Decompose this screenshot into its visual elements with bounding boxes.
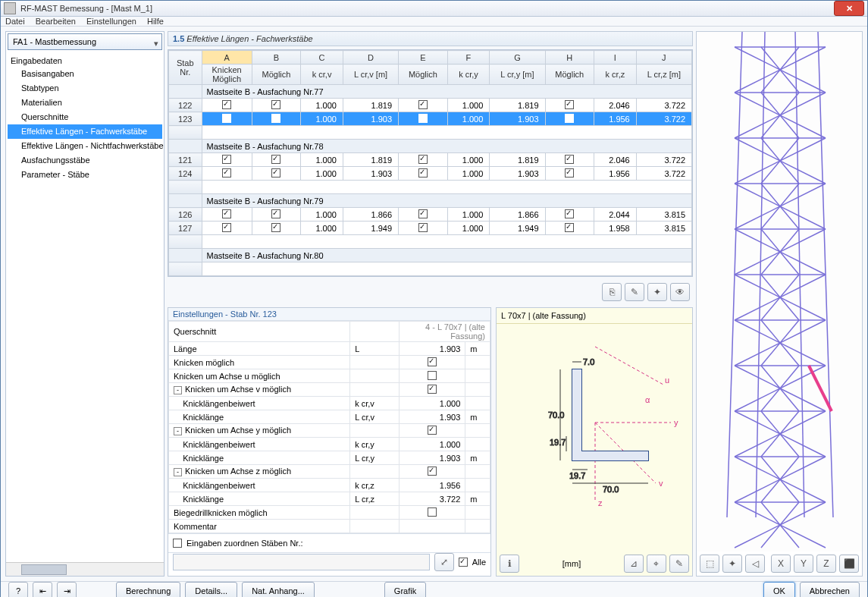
berechnung-button[interactable]: Berechnung [116, 582, 180, 597]
tree-item[interactable]: Effektive Längen - Fachwerkstäbe [8, 124, 162, 139]
menu-einstellungen[interactable]: Einstellungen [86, 17, 136, 26]
cross-section-panel: L 70x7 | (alte Fassung) u α y v z [496, 307, 693, 577]
view-btn-1[interactable]: ⬚ [700, 555, 719, 573]
cs-btn-1[interactable]: ⊿ [624, 555, 644, 573]
import-button[interactable]: ⇤ [33, 582, 52, 597]
svg-text:19.7: 19.7 [569, 471, 585, 480]
cross-section-title: L 70x7 | (alte Fassung) [497, 308, 692, 324]
nav-tree: Eingabedaten BasisangabenStabtypenMateri… [6, 52, 164, 562]
details-button[interactable]: Details... [185, 582, 237, 597]
view-btn-y[interactable]: Y [794, 555, 813, 573]
cs-btn-3[interactable]: ✎ [669, 555, 689, 573]
main-pane: 1.5 Effektive Längen - Fachwerkstäbe Sta… [168, 31, 693, 577]
view-btn-iso[interactable]: ⬛ [839, 555, 859, 573]
svg-text:α: α [645, 395, 650, 404]
titlebar: RF-MAST Bemessung - [Mast M_1] ✕ [1, 1, 867, 17]
help-button[interactable]: ? [8, 582, 28, 597]
assign-row: Eingaben zuordnen Stäben Nr.: [168, 533, 490, 552]
cross-section-drawing: u α y v z 70.0 7.0 19.7 19.7 [497, 324, 692, 551]
menu-datei[interactable]: Datei [5, 17, 25, 26]
toolbar-btn-2[interactable]: ✎ [625, 283, 644, 301]
model-view[interactable] [697, 32, 862, 551]
svg-text:19.7: 19.7 [550, 438, 566, 447]
tree-item[interactable]: Effektive Längen - Nichtfachwerkstäbe [8, 139, 162, 153]
lower-area: Einstellungen - Stab Nr. 123 Querschnitt… [168, 307, 693, 577]
info-button[interactable]: ℹ [500, 555, 519, 573]
cross-section-footer: ℹ [mm] ⊿ ⌖ ✎ [497, 551, 692, 576]
app-icon [4, 2, 16, 14]
tree-item[interactable]: Querschnitte [8, 110, 162, 124]
svg-text:u: u [665, 375, 669, 385]
assign-checkbox[interactable] [173, 539, 182, 548]
menu-hilfe[interactable]: Hilfe [147, 17, 164, 26]
svg-text:z: z [598, 498, 603, 507]
svg-line-0 [595, 347, 663, 385]
svg-text:70.0: 70.0 [603, 485, 619, 494]
tree-item[interactable]: Ausfachungsstäbe [8, 153, 162, 168]
svg-text:v: v [659, 479, 663, 488]
close-button[interactable]: ✕ [834, 1, 864, 16]
export-button[interactable]: ⇥ [57, 582, 77, 597]
tree-item[interactable]: Materialien [8, 96, 162, 110]
footer: ? ⇤ ⇥ Berechnung Details... Nat. Anhang.… [1, 581, 867, 597]
tree-item[interactable]: Stabtypen [8, 81, 162, 96]
menubar: Datei Bearbeiten Einstellungen Hilfe [1, 17, 867, 27]
pick-members-button[interactable]: ⤢ [434, 553, 454, 571]
svg-text:7.0: 7.0 [583, 357, 594, 366]
grafik-button[interactable]: Grafik [384, 582, 426, 597]
tree-item[interactable]: Parameter - Stäbe [8, 168, 162, 182]
grid-toolbar: ⎘ ✎ ✦ 👁 [168, 280, 693, 304]
view-btn-z[interactable]: Z [816, 555, 836, 573]
left-pane: FA1 - Mastbemessung Eingabedaten Basisan… [5, 31, 165, 577]
tree-item[interactable]: Basisangaben [8, 67, 162, 81]
alle-checkbox[interactable] [459, 558, 468, 567]
toolbar-btn-4[interactable]: 👁 [670, 283, 690, 301]
model-view-toolbar: ⬚ ✦ ◁ X Y Z ⬛ [697, 551, 862, 576]
assign-input[interactable] [173, 554, 430, 570]
menu-bearbeiten[interactable]: Bearbeiten [36, 17, 76, 26]
toolbar-btn-3[interactable]: ✦ [647, 283, 667, 301]
case-dropdown[interactable]: FA1 - Mastbemessung [8, 33, 162, 50]
svg-text:y: y [674, 418, 678, 427]
toolbar-btn-1[interactable]: ⎘ [602, 283, 622, 301]
view-btn-2[interactable]: ✦ [722, 555, 742, 573]
tree-root[interactable]: Eingabedaten [8, 55, 162, 67]
view-btn-x[interactable]: X [771, 555, 791, 573]
view-btn-3[interactable]: ◁ [745, 555, 765, 573]
tree-hscroll[interactable] [6, 562, 164, 576]
svg-text:70.0: 70.0 [548, 410, 564, 419]
window-title: RF-MAST Bemessung - [Mast M_1] [20, 4, 834, 13]
ok-button[interactable]: OK [763, 582, 795, 597]
nat-anhang-button[interactable]: Nat. Anhang... [242, 582, 315, 597]
settings-title: Einstellungen - Stab Nr. 123 [168, 308, 490, 321]
abbrechen-button[interactable]: Abbrechen [800, 582, 860, 597]
model-view-pane: ⬚ ✦ ◁ X Y Z ⬛ [696, 31, 863, 577]
cs-btn-2[interactable]: ⌖ [647, 555, 666, 573]
section-header: 1.5 Effektive Längen - Fachwerkstäbe [168, 31, 693, 46]
settings-panel: Einstellungen - Stab Nr. 123 Querschnitt… [168, 307, 491, 577]
main-grid[interactable]: StabNr.ABCDEFGHIJKnickenMöglichMöglichk … [168, 49, 693, 277]
content: FA1 - Mastbemessung Eingabedaten Basisan… [1, 27, 867, 581]
app-window: RF-MAST Bemessung - [Mast M_1] ✕ Datei B… [0, 0, 868, 597]
